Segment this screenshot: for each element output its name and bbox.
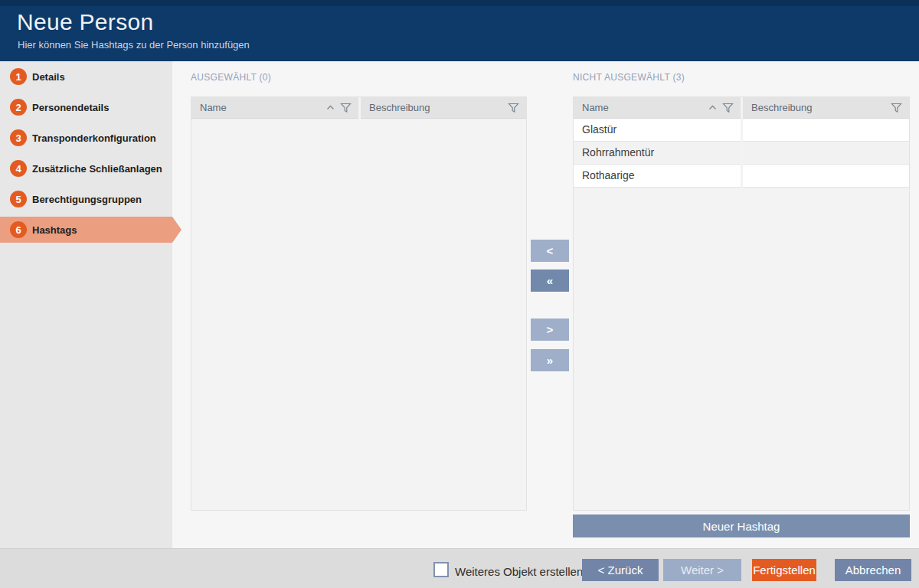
filter-icon[interactable] [891, 103, 902, 113]
create-another-label: Weiteres Objekt erstellen [455, 565, 583, 578]
sidebar-step-details[interactable]: 1 Details [0, 61, 172, 92]
cell-description [743, 142, 909, 165]
step-number-badge: 1 [10, 68, 27, 85]
unselected-table: Name Beschreibung Glastür Rohrrahmentür [573, 96, 910, 511]
column-header-name[interactable]: Name [574, 97, 741, 119]
step-label: Berechtigungsgruppen [32, 194, 142, 205]
page-title: Neue Person [17, 9, 153, 35]
chevron-left-icon: < [547, 244, 554, 257]
sidebar-step-transponderkonfiguration[interactable]: 3 Transponderkonfiguration [0, 122, 172, 153]
selected-count-label: AUSGEWÄHLT (0) [191, 72, 271, 83]
next-button-label: Weiter > [681, 564, 724, 577]
filter-icon[interactable] [508, 103, 519, 113]
step-label: Hashtags [32, 224, 77, 236]
double-chevron-left-icon: « [547, 274, 553, 287]
column-header-name[interactable]: Name [191, 97, 358, 119]
cell-description [743, 119, 909, 142]
filter-icon[interactable] [340, 103, 352, 113]
column-header-label: Beschreibung [369, 102, 430, 113]
wizard-footer: Weiteres Objekt erstellen < Zurück Weite… [0, 548, 919, 588]
step-label: Transponderkonfiguration [32, 132, 156, 144]
column-header-label: Name [200, 102, 227, 113]
finish-button-label: Fertigstellen [753, 564, 816, 577]
unselected-count-label: NICHT AUSGEWÄHLT (3) [573, 72, 685, 83]
sidebar-step-berechtigungsgruppen[interactable]: 5 Berechtigungsgruppen [0, 184, 172, 214]
move-right-button[interactable]: > [531, 318, 569, 341]
move-all-right-button[interactable]: » [531, 349, 569, 371]
move-left-button[interactable]: < [531, 240, 569, 262]
move-all-left-button[interactable]: « [531, 270, 569, 292]
step-number-badge: 2 [10, 99, 27, 116]
unselected-table-header: Name Beschreibung [574, 97, 909, 119]
wizard-header: Neue Person Hier können Sie Hashtags zu … [0, 0, 919, 61]
new-hashtag-button[interactable]: Neuer Hashtag [573, 514, 910, 537]
double-chevron-right-icon: » [547, 354, 553, 367]
sort-ascending-icon [326, 105, 335, 110]
cell-description [743, 165, 909, 188]
sort-ascending-icon [708, 105, 717, 110]
selected-table: Name Beschreibung [191, 96, 527, 511]
step-number-badge: 6 [10, 221, 27, 238]
create-another-checkbox[interactable] [433, 562, 449, 577]
column-header-beschreibung[interactable]: Beschreibung [361, 97, 526, 119]
sidebar-step-zusaetzliche-schliessanlagen[interactable]: 4 Zusätzliche Schließanlagen [0, 153, 172, 184]
table-row-rohrrahmentuer[interactable]: Rohrrahmentür [574, 142, 909, 165]
column-header-label: Beschreibung [751, 102, 813, 113]
step-label: Details [32, 71, 65, 83]
step-label: Personendetails [32, 102, 109, 113]
chevron-right-icon: > [547, 323, 554, 336]
header-top-strip [0, 0, 919, 6]
next-button[interactable]: Weiter > [663, 559, 741, 581]
column-header-label: Name [582, 102, 609, 113]
selected-table-header: Name Beschreibung [191, 97, 526, 119]
page-subtitle: Hier können Sie Hashtags zu der Person h… [18, 39, 250, 51]
back-button[interactable]: < Zurück [582, 559, 659, 581]
sidebar-step-personendetails[interactable]: 2 Personendetails [0, 92, 172, 122]
step-number-badge: 3 [10, 129, 27, 146]
cell-name: Rohrrahmentür [574, 142, 741, 165]
cancel-button-label: Abbrechen [845, 564, 901, 577]
back-button-label: < Zurück [598, 564, 643, 577]
cell-name: Rothaarige [574, 165, 741, 188]
wizard-step-sidebar: 1 Details 2 Personendetails 3 Transponde… [0, 61, 172, 548]
sidebar-step-hashtags-active[interactable]: 6 Hashtags [0, 217, 172, 243]
filter-icon[interactable] [722, 103, 734, 113]
finish-button[interactable]: Fertigstellen [752, 559, 816, 581]
step-number-badge: 5 [10, 191, 27, 207]
step-number-badge: 4 [10, 160, 27, 177]
column-header-beschreibung[interactable]: Beschreibung [743, 97, 909, 119]
cancel-button[interactable]: Abbrechen [835, 559, 911, 581]
step-label: Zusätzliche Schließanlagen [32, 163, 162, 175]
new-hashtag-button-label: Neuer Hashtag [703, 520, 780, 533]
cell-name: Glastür [574, 119, 741, 142]
table-row-glastuer[interactable]: Glastür [574, 119, 909, 142]
table-row-rothaarige[interactable]: Rothaarige [574, 165, 909, 188]
